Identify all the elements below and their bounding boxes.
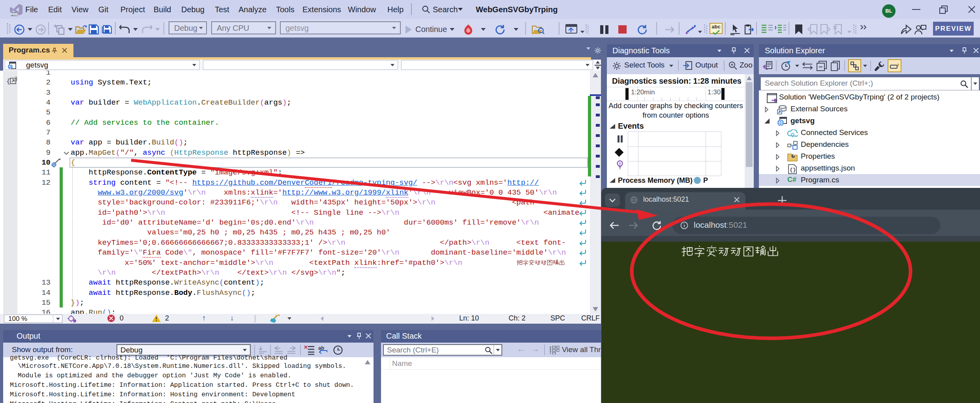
svg-text:{: { [6,78,10,85]
svg-text:PRE: PRE [11,12,18,16]
svg-text:}: } [15,76,17,82]
svg-text:{}: {} [790,167,796,173]
